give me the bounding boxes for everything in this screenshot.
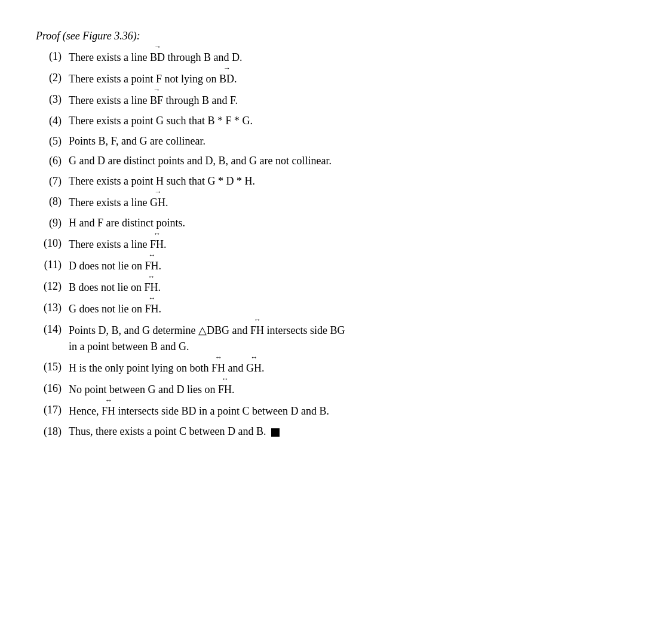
item-content: There exists a line →BD through B and D. (69, 48, 636, 66)
item-content: There exists a point G such that B * F *… (69, 113, 636, 130)
item-content: Points D, B, and G determine △DBG and ↔F… (69, 321, 636, 356)
item-content: Points B, F, and G are collinear. (69, 133, 636, 150)
list-item: (18) Thus, there exists a point C betwee… (36, 424, 636, 440)
item-number: (15) (36, 359, 69, 377)
item-number: (9) (36, 215, 69, 232)
proof-container: Proof (see Figure 3.36): (1) There exist… (36, 30, 636, 440)
list-item: (10) There exists a line ↔FH. (36, 235, 636, 253)
list-item: (8) There exists a line →GH. (36, 194, 636, 211)
list-item: (11) D does not lie on ↔FH. (36, 257, 636, 275)
item-number: (8) (36, 194, 69, 211)
arrow-label-gh15: ↔GH (246, 359, 262, 377)
arrow-label-bd: →BD (150, 48, 165, 66)
item-content: There exists a line →BF through B and F. (69, 91, 636, 109)
item-number: (14) (36, 321, 69, 356)
item-number: (7) (36, 173, 69, 190)
list-item: (4) There exists a point G such that B *… (36, 113, 636, 130)
item-content: Hence, ↔FH intersects side BD in a point… (69, 402, 636, 420)
list-item: (3) There exists a line →BF through B an… (36, 91, 636, 109)
list-item: (17) Hence, ↔FH intersects side BD in a … (36, 402, 636, 420)
item-content: Thus, there exists a point C between D a… (69, 424, 636, 440)
item-content: There exists a line →GH. (69, 194, 636, 211)
item-number: (12) (36, 278, 69, 296)
item-number: (16) (36, 381, 69, 398)
item-continuation: in a point between B and G. (69, 340, 189, 352)
arrow-label-bf: →BF (150, 91, 163, 109)
item-number: (17) (36, 402, 69, 420)
item-content: G and D are distinct points and D, B, an… (69, 153, 636, 170)
list-item: (7) There exists a point H such that G *… (36, 173, 636, 190)
arrow-label-bd2: →BD (219, 70, 234, 88)
item-number: (4) (36, 113, 69, 130)
qed-block (271, 428, 280, 437)
arrow-label-fh14: ↔FH (250, 321, 264, 339)
list-item: (14) Points D, B, and G determine △DBG a… (36, 321, 636, 356)
item-number: (11) (36, 257, 69, 275)
item-content: H is the only point lying on both ↔FH an… (69, 359, 636, 377)
item-number: (2) (36, 70, 69, 88)
arrow-label-fh17: ↔FH (102, 402, 115, 420)
list-item: (2) There exists a point F not lying on … (36, 70, 636, 88)
item-number: (3) (36, 91, 69, 109)
arrow-label-gh: →GH (150, 194, 165, 211)
proof-title: Proof (see Figure 3.36): (36, 30, 636, 42)
list-item: (12) B does not lie on ↔FH. (36, 278, 636, 296)
list-item: (5) Points B, F, and G are collinear. (36, 133, 636, 150)
item-content: G does not lie on ↔FH. (69, 300, 636, 318)
item-number: (1) (36, 48, 69, 66)
list-item: (16) No point between G and D lies on ↔F… (36, 381, 636, 398)
list-item: (1) There exists a line →BD through B an… (36, 48, 636, 66)
item-number: (5) (36, 133, 69, 150)
list-item: (9) H and F are distinct points. (36, 215, 636, 232)
item-content: No point between G and D lies on ↔FH. (69, 381, 636, 398)
arrow-label-fh16: ↔FH (218, 381, 232, 398)
list-item: (15) H is the only point lying on both ↔… (36, 359, 636, 377)
list-item: (6) G and D are distinct points and D, B… (36, 153, 636, 170)
item-number: (13) (36, 300, 69, 318)
proof-list: (1) There exists a line →BD through B an… (36, 48, 636, 440)
item-number: (18) (36, 424, 69, 440)
arrow-label-fh13: ↔FH (145, 300, 159, 318)
list-item: (13) G does not lie on ↔FH. (36, 300, 636, 318)
item-number: (6) (36, 153, 69, 170)
item-number: (10) (36, 235, 69, 253)
